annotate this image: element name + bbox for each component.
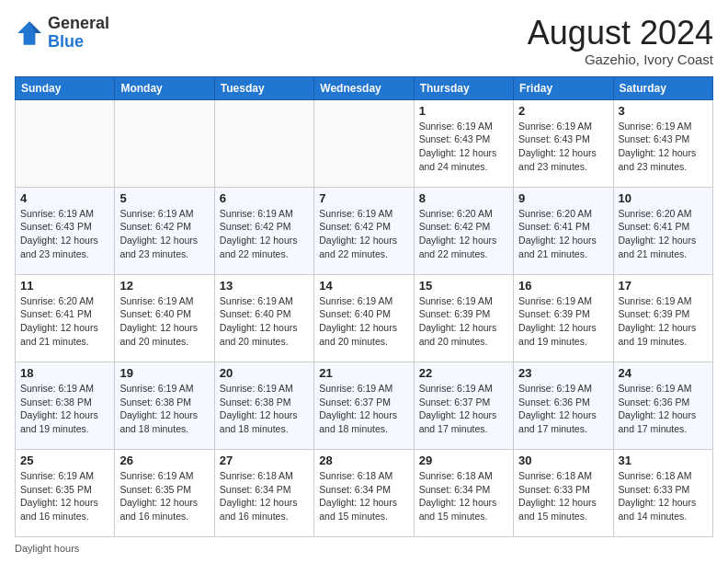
table-row: 27Sunrise: 6:18 AM Sunset: 6:34 PM Dayli… xyxy=(214,449,313,536)
day-number: 19 xyxy=(119,366,209,380)
title-block: August 2024 Gazehio, Ivory Coast xyxy=(528,15,713,67)
header-saturday: Saturday xyxy=(613,76,712,99)
day-info: Sunrise: 6:19 AM Sunset: 6:39 PM Dayligh… xyxy=(419,294,508,349)
table-row: 19Sunrise: 6:19 AM Sunset: 6:38 PM Dayli… xyxy=(115,362,214,449)
day-number: 30 xyxy=(518,454,608,467)
day-number: 6 xyxy=(220,191,309,205)
header-thursday: Thursday xyxy=(414,76,513,99)
day-info: Sunrise: 6:19 AM Sunset: 6:42 PM Dayligh… xyxy=(319,207,408,261)
day-number: 7 xyxy=(319,191,408,205)
day-info: Sunrise: 6:19 AM Sunset: 6:39 PM Dayligh… xyxy=(518,294,608,349)
day-info: Sunrise: 6:19 AM Sunset: 6:35 PM Dayligh… xyxy=(20,469,109,523)
table-row: 10Sunrise: 6:20 AM Sunset: 6:41 PM Dayli… xyxy=(613,187,712,274)
day-number: 12 xyxy=(119,279,209,293)
day-info: Sunrise: 6:20 AM Sunset: 6:41 PM Dayligh… xyxy=(20,294,109,349)
table-row: 11Sunrise: 6:20 AM Sunset: 6:41 PM Dayli… xyxy=(16,274,115,362)
day-number: 20 xyxy=(220,366,309,380)
day-info: Sunrise: 6:19 AM Sunset: 6:36 PM Dayligh… xyxy=(619,382,708,436)
day-number: 29 xyxy=(419,454,508,467)
table-row: 4Sunrise: 6:19 AM Sunset: 6:43 PM Daylig… xyxy=(16,187,115,274)
day-info: Sunrise: 6:19 AM Sunset: 6:42 PM Dayligh… xyxy=(220,207,309,261)
header-friday: Friday xyxy=(514,76,613,99)
table-row xyxy=(214,99,313,187)
table-row: 29Sunrise: 6:18 AM Sunset: 6:34 PM Dayli… xyxy=(414,449,513,536)
table-row: 8Sunrise: 6:20 AM Sunset: 6:42 PM Daylig… xyxy=(414,187,513,274)
day-number: 10 xyxy=(619,191,708,205)
table-row: 14Sunrise: 6:19 AM Sunset: 6:40 PM Dayli… xyxy=(314,274,414,362)
day-number: 21 xyxy=(319,366,408,380)
header-sunday: Sunday xyxy=(16,76,115,99)
day-number: 31 xyxy=(619,454,708,467)
page: General Blue August 2024 Gazehio, Ivory … xyxy=(0,0,728,563)
day-number: 5 xyxy=(119,191,209,205)
day-info: Sunrise: 6:18 AM Sunset: 6:33 PM Dayligh… xyxy=(518,469,608,523)
day-info: Sunrise: 6:20 AM Sunset: 6:41 PM Dayligh… xyxy=(619,207,708,261)
day-number: 28 xyxy=(319,454,408,467)
day-info: Sunrise: 6:18 AM Sunset: 6:34 PM Dayligh… xyxy=(319,469,408,523)
day-info: Sunrise: 6:19 AM Sunset: 6:38 PM Dayligh… xyxy=(20,382,109,436)
table-row: 13Sunrise: 6:19 AM Sunset: 6:40 PM Dayli… xyxy=(214,274,313,362)
header-tuesday: Tuesday xyxy=(214,76,313,99)
table-row: 2Sunrise: 6:19 AM Sunset: 6:43 PM Daylig… xyxy=(514,99,613,187)
table-row: 24Sunrise: 6:19 AM Sunset: 6:36 PM Dayli… xyxy=(613,362,712,449)
day-info: Sunrise: 6:19 AM Sunset: 6:36 PM Dayligh… xyxy=(518,382,608,436)
day-number: 24 xyxy=(619,366,708,380)
table-row: 15Sunrise: 6:19 AM Sunset: 6:39 PM Dayli… xyxy=(414,274,513,362)
day-number: 13 xyxy=(220,279,309,293)
day-info: Sunrise: 6:18 AM Sunset: 6:34 PM Dayligh… xyxy=(419,469,508,523)
table-row: 20Sunrise: 6:19 AM Sunset: 6:38 PM Dayli… xyxy=(214,362,313,449)
table-row xyxy=(115,99,214,187)
day-info: Sunrise: 6:18 AM Sunset: 6:33 PM Dayligh… xyxy=(619,469,708,523)
header-monday: Monday xyxy=(115,76,214,99)
day-info: Sunrise: 6:19 AM Sunset: 6:40 PM Dayligh… xyxy=(220,294,309,349)
day-number: 1 xyxy=(419,104,508,118)
day-number: 17 xyxy=(619,279,708,293)
subtitle: Gazehio, Ivory Coast xyxy=(528,52,713,67)
day-number: 27 xyxy=(220,454,309,467)
table-row: 7Sunrise: 6:19 AM Sunset: 6:42 PM Daylig… xyxy=(314,187,414,274)
day-number: 18 xyxy=(20,366,109,380)
day-info: Sunrise: 6:19 AM Sunset: 6:43 PM Dayligh… xyxy=(20,207,109,261)
header: General Blue August 2024 Gazehio, Ivory … xyxy=(15,15,713,67)
day-number: 23 xyxy=(518,366,608,380)
logo-text: General Blue xyxy=(48,15,109,52)
day-info: Sunrise: 6:19 AM Sunset: 6:37 PM Dayligh… xyxy=(319,382,408,436)
table-row: 5Sunrise: 6:19 AM Sunset: 6:42 PM Daylig… xyxy=(115,187,214,274)
day-info: Sunrise: 6:19 AM Sunset: 6:40 PM Dayligh… xyxy=(319,294,408,349)
day-number: 22 xyxy=(419,366,508,380)
footer-label: Daylight hours xyxy=(15,543,79,554)
day-number: 25 xyxy=(20,454,109,467)
logo-icon xyxy=(15,18,44,48)
day-info: Sunrise: 6:19 AM Sunset: 6:43 PM Dayligh… xyxy=(619,120,708,174)
table-row: 18Sunrise: 6:19 AM Sunset: 6:38 PM Dayli… xyxy=(16,362,115,449)
table-row: 9Sunrise: 6:20 AM Sunset: 6:41 PM Daylig… xyxy=(514,187,613,274)
logo: General Blue xyxy=(15,15,109,52)
table-row: 23Sunrise: 6:19 AM Sunset: 6:36 PM Dayli… xyxy=(514,362,613,449)
day-number: 16 xyxy=(518,279,608,293)
logo-blue-text: Blue xyxy=(48,33,109,52)
day-info: Sunrise: 6:19 AM Sunset: 6:40 PM Dayligh… xyxy=(119,294,209,349)
day-info: Sunrise: 6:19 AM Sunset: 6:39 PM Dayligh… xyxy=(619,294,708,349)
table-row: 3Sunrise: 6:19 AM Sunset: 6:43 PM Daylig… xyxy=(613,99,712,187)
day-info: Sunrise: 6:19 AM Sunset: 6:37 PM Dayligh… xyxy=(419,382,508,436)
day-info: Sunrise: 6:20 AM Sunset: 6:41 PM Dayligh… xyxy=(518,207,608,261)
day-info: Sunrise: 6:18 AM Sunset: 6:34 PM Dayligh… xyxy=(220,469,309,523)
table-row: 1Sunrise: 6:19 AM Sunset: 6:43 PM Daylig… xyxy=(414,99,513,187)
table-row: 21Sunrise: 6:19 AM Sunset: 6:37 PM Dayli… xyxy=(314,362,414,449)
table-row: 22Sunrise: 6:19 AM Sunset: 6:37 PM Dayli… xyxy=(414,362,513,449)
table-row xyxy=(16,99,115,187)
day-number: 15 xyxy=(419,279,508,293)
day-number: 26 xyxy=(119,454,209,467)
table-row: 25Sunrise: 6:19 AM Sunset: 6:35 PM Dayli… xyxy=(16,449,115,536)
footer: Daylight hours xyxy=(15,543,713,554)
table-row: 17Sunrise: 6:19 AM Sunset: 6:39 PM Dayli… xyxy=(613,274,712,362)
table-row xyxy=(314,99,414,187)
table-row: 6Sunrise: 6:19 AM Sunset: 6:42 PM Daylig… xyxy=(214,187,313,274)
logo-general-text: General xyxy=(48,15,109,33)
day-number: 9 xyxy=(518,191,608,205)
table-row: 16Sunrise: 6:19 AM Sunset: 6:39 PM Dayli… xyxy=(514,274,613,362)
table-row: 28Sunrise: 6:18 AM Sunset: 6:34 PM Dayli… xyxy=(314,449,414,536)
header-wednesday: Wednesday xyxy=(314,76,414,99)
day-number: 2 xyxy=(518,104,608,118)
day-number: 4 xyxy=(20,191,109,205)
